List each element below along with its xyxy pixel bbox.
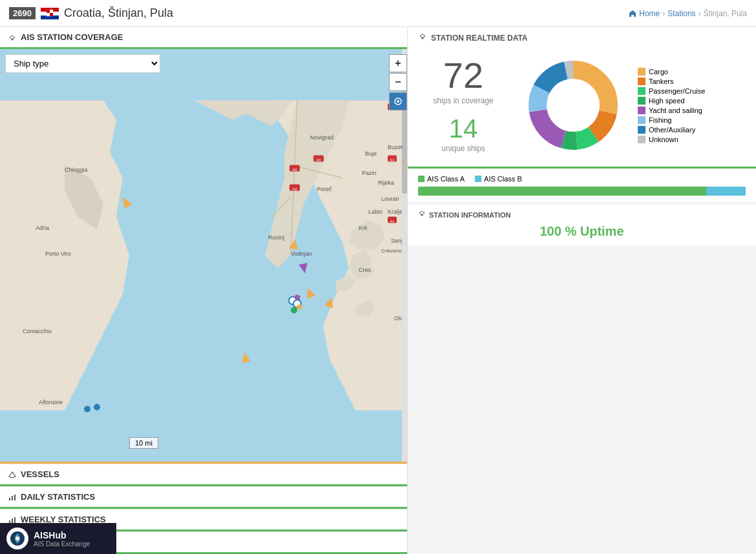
legend-color	[638, 116, 646, 124]
svg-rect-67	[14, 495, 16, 500]
svg-rect-69	[12, 518, 13, 523]
home-icon	[629, 10, 636, 17]
svg-point-8	[12, 38, 14, 40]
legend-color	[638, 68, 646, 76]
breadcrumb-home[interactable]: Home	[639, 9, 660, 18]
map-background: A8 A9 A8 A6 A1 A1 Novi	[0, 49, 407, 462]
svg-text:Chioggia: Chioggia	[65, 167, 88, 173]
svg-rect-7	[50, 13, 53, 16]
svg-point-84	[421, 214, 423, 216]
legend-item: Yacht and sailing	[638, 107, 746, 114]
stats-numbers: 72 ships in coverage 14 unique ships	[418, 57, 509, 153]
svg-point-62	[94, 404, 100, 411]
vessels-section: VESSELS	[0, 464, 407, 486]
legend-item: Fishing	[638, 116, 746, 124]
aishub-subtitle: AIS Data Exchange	[34, 540, 90, 548]
legend-item: Cargo	[638, 68, 746, 76]
page-header: 2690 Croatia, Štinjan, Pula Home › Stati…	[0, 0, 756, 27]
aishub-text: AISHub AIS Data Exchange	[34, 530, 90, 548]
station-info-header: STATION INFORMATION	[418, 211, 746, 219]
breadcrumb: Home › Stations › Štinjan, Pula	[629, 9, 747, 18]
signal-icon	[418, 34, 427, 43]
layers-icon	[394, 97, 403, 106]
vessels-label: VESSELS	[21, 469, 59, 479]
legend-label: Other/Auxiliary	[649, 126, 695, 134]
legend-item: High speed	[638, 97, 746, 105]
ships-count: 72	[418, 57, 509, 94]
legend-color	[638, 126, 646, 134]
zoom-out-button[interactable]: −	[389, 73, 407, 91]
chart-icon-daily	[8, 493, 17, 502]
realtime-header: STATION REALTIME DATA	[418, 34, 746, 43]
bottom-bar: AISHub AIS Data Exchange	[0, 523, 116, 554]
ship-type-dropdown: Ship typeCargoTankersPassenger/CruiseHig…	[5, 54, 160, 73]
svg-point-58	[291, 307, 297, 314]
main-container: AIS STATION COVERAGE	[0, 27, 756, 554]
coverage-title: AIS STATION COVERAGE	[21, 32, 123, 42]
station-id: 2690	[9, 7, 36, 19]
zoom-in-button[interactable]: +	[389, 54, 407, 72]
svg-point-86	[16, 537, 19, 540]
svg-text:Vodnjan: Vodnjan	[291, 251, 312, 257]
vessels-header[interactable]: VESSELS	[0, 464, 407, 486]
unique-label: unique ships	[418, 144, 509, 153]
svg-point-64	[397, 100, 399, 103]
ais-class-b-label: AIS Class B	[475, 175, 522, 183]
svg-rect-6	[47, 13, 50, 16]
svg-text:Lovran: Lovran	[381, 196, 399, 202]
svg-text:Poreč: Poreč	[317, 186, 332, 192]
svg-text:Rovinj: Rovinj	[268, 234, 284, 241]
legend-label: Yacht and sailing	[649, 107, 702, 114]
legend-color	[638, 136, 646, 143]
daily-stats-section: DAILY STATISTICS	[0, 486, 407, 509]
svg-text:Rijeka: Rijeka	[378, 180, 394, 186]
svg-point-61	[84, 406, 90, 413]
map-controls: + −	[389, 54, 407, 110]
ships-label: ships in coverage	[418, 96, 509, 105]
aishub-name: AISHub	[34, 530, 90, 540]
legend-color	[638, 77, 646, 85]
scale-indicator: 10 mi	[129, 437, 158, 449]
legend-container: CargoTankersPassenger/CruiseHigh speedYa…	[638, 68, 746, 143]
svg-text:Alfonsine: Alfonsine	[39, 399, 63, 405]
signal-icon-2	[418, 211, 426, 219]
svg-point-59	[297, 305, 302, 310]
legend-color	[638, 97, 646, 105]
unique-count: 14	[418, 116, 509, 141]
svg-text:Cres: Cres	[359, 267, 372, 273]
svg-text:A8: A8	[292, 168, 297, 172]
station-info-section: STATION INFORMATION 100 % Uptime	[408, 205, 756, 245]
ais-class-b-text: AIS Class B	[484, 175, 522, 183]
map-section[interactable]: A8 A9 A8 A6 A1 A1 Novi	[0, 49, 407, 462]
svg-text:Pazin: Pazin	[362, 170, 377, 176]
legend-item: Passenger/Cruise	[638, 87, 746, 95]
ais-bar	[418, 187, 746, 196]
svg-point-60	[295, 295, 300, 300]
aishub-logo	[6, 528, 28, 549]
map-svg: A8 A9 A8 A6 A1 A1 Novi	[0, 49, 407, 462]
svg-text:Adria: Adria	[36, 225, 49, 231]
map-scrollbar[interactable]	[402, 49, 407, 462]
daily-stats-label: DAILY STATISTICS	[21, 492, 95, 502]
svg-rect-66	[12, 496, 13, 500]
legend-label: Unknown	[649, 136, 678, 143]
svg-point-74	[422, 37, 424, 39]
svg-text:Comacchio: Comacchio	[23, 328, 52, 334]
ship-type-select[interactable]: Ship typeCargoTankersPassenger/CruiseHig…	[5, 54, 160, 73]
realtime-section: STATION REALTIME DATA 72 ships in covera…	[408, 27, 756, 169]
svg-text:A1: A1	[390, 220, 395, 223]
legend-label: Fishing	[649, 116, 671, 124]
daily-stats-header[interactable]: DAILY STATISTICS	[0, 487, 407, 509]
breadcrumb-stations[interactable]: Stations	[667, 9, 695, 18]
header-left: 2690 Croatia, Štinjan, Pula	[9, 6, 173, 20]
svg-point-83	[547, 79, 599, 131]
ais-class-b-dot	[475, 176, 481, 182]
ais-bar-a	[418, 187, 706, 196]
map-layer-button[interactable]	[389, 92, 407, 110]
coverage-section-header[interactable]: AIS STATION COVERAGE	[0, 27, 407, 49]
legend-label: High speed	[649, 97, 685, 105]
uptime-display: 100 % Uptime	[418, 224, 746, 239]
ais-class-a-text: AIS Class A	[427, 175, 465, 183]
svg-text:Krk: Krk	[359, 225, 368, 231]
aishub-logo-icon	[10, 531, 25, 546]
